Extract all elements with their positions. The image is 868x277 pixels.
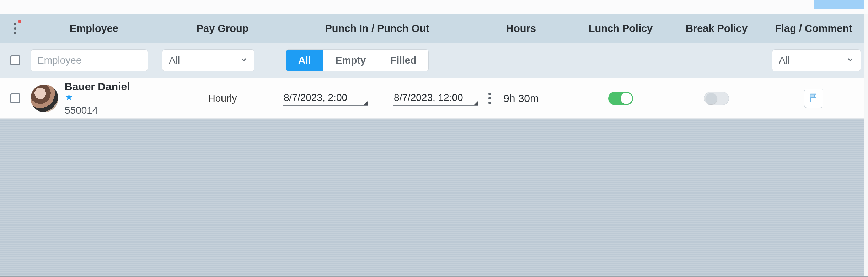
paygroup-value: Hourly [162,93,283,104]
punch-filter-empty[interactable]: Empty [323,50,379,71]
column-header-row: Employee Pay Group Punch In / Punch Out … [0,14,864,43]
flag-button[interactable] [804,89,823,108]
top-action-button[interactable] [814,0,864,9]
lunch-policy-toggle[interactable] [608,92,633,105]
break-policy-toggle[interactable] [704,92,729,105]
row-checkbox[interactable] [10,93,20,103]
punch-filter-all[interactable]: All [286,50,323,71]
col-header-paygroup[interactable]: Pay Group [162,23,283,34]
range-dash: — [375,92,386,104]
col-header-hours[interactable]: Hours [471,23,571,34]
row-actions-menu-icon[interactable] [488,93,491,104]
table-row: Bauer Daniel 550014 Hourly — [0,78,864,119]
col-header-lunch[interactable]: Lunch Policy [571,23,670,34]
employee-name: Bauer Daniel [65,81,130,93]
header-actions-menu-icon[interactable] [14,23,17,34]
col-header-punch[interactable]: Punch In / Punch Out [283,23,471,34]
col-header-flag[interactable]: Flag / Comment [763,23,864,34]
chevron-down-icon [846,55,854,66]
paygroup-filter-select[interactable]: All [162,49,254,71]
data-area: Bauer Daniel 550014 Hourly — [0,78,864,276]
svg-marker-0 [66,94,72,100]
filter-row: All All Empty Filled All [0,43,864,78]
paygroup-filter-value: All [169,55,180,66]
flag-icon [808,92,819,104]
employee-id: 550014 [65,105,130,116]
flag-filter-select[interactable]: All [772,49,861,71]
datetime-handle-icon [364,101,368,105]
employee-filter-input[interactable] [31,49,148,71]
select-all-checkbox[interactable] [10,55,20,65]
bottom-border [0,276,868,277]
punch-filter-filled[interactable]: Filled [378,50,428,71]
punch-filter-segment: All Empty Filled [286,49,429,71]
notification-dot-icon [18,20,21,23]
datetime-handle-icon [474,101,478,105]
flag-filter-value: All [779,55,790,66]
col-header-break[interactable]: Break Policy [670,23,763,34]
punch-in-input[interactable] [283,91,368,106]
punch-out-input[interactable] [393,91,478,106]
hours-value: 9h 30m [471,92,571,104]
chevron-down-icon [240,55,248,66]
star-badge-icon [65,93,73,103]
avatar[interactable] [31,85,58,112]
col-header-employee[interactable]: Employee [31,23,162,34]
